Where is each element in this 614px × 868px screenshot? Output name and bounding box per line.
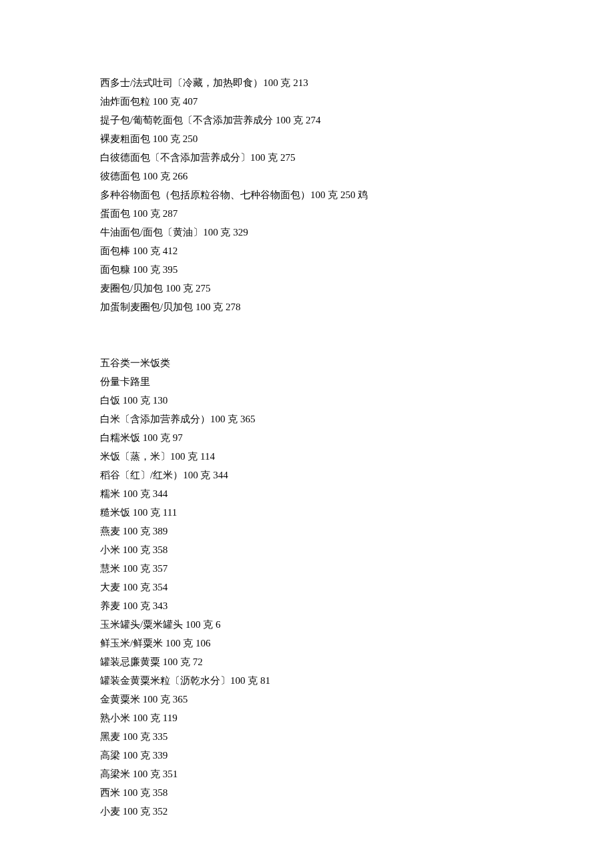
food-entry: 罐装金黄粟米粒〔沥乾水分〕100 克 81 <box>100 671 514 690</box>
food-entry: 西米 100 克 358 <box>100 783 514 802</box>
food-entry: 稻谷〔红〕/红米）100 克 344 <box>100 466 514 484</box>
food-entry: 燕麦 100 克 389 <box>100 522 514 540</box>
blank-line <box>100 316 514 335</box>
document-body: 西多士/法式吐司〔冷藏，加热即食）100 克 213 油炸面包粒 100 克 4… <box>100 73 514 821</box>
food-entry: 黑麦 100 克 335 <box>100 727 514 746</box>
food-entry: 白糯米饭 100 克 97 <box>100 428 514 447</box>
food-entry: 蛋面包 100 克 287 <box>100 204 514 223</box>
food-entry: 小米 100 克 358 <box>100 540 514 559</box>
food-entry: 油炸面包粒 100 克 407 <box>100 92 514 111</box>
food-entry: 面包棒 100 克 412 <box>100 242 514 260</box>
food-entry: 白彼德面包〔不含添加营养成分〕100 克 275 <box>100 148 514 167</box>
food-entry: 玉米罐头/粟米罐头 100 克 6 <box>100 615 514 634</box>
section-rice: 五谷类一米饭类 份量卡路里 白饭 100 克 130 白米〔含添加营养成分）10… <box>100 354 514 821</box>
food-entry: 加蛋制麦圈包/贝加包 100 克 278 <box>100 298 514 316</box>
food-entry: 多种谷物面包（包括原粒谷物、七种谷物面包）100 克 250 鸡 <box>100 185 514 204</box>
food-entry: 西多士/法式吐司〔冷藏，加热即食）100 克 213 <box>100 73 514 92</box>
food-entry: 养麦 100 克 343 <box>100 596 514 615</box>
food-entry: 提子包/葡萄乾面包〔不含添加营养成分 100 克 274 <box>100 111 514 129</box>
section-heading: 五谷类一米饭类 <box>100 354 514 372</box>
food-entry: 牛油面包/面包〔黄油〕100 克 329 <box>100 223 514 242</box>
food-entry: 大麦 100 克 354 <box>100 578 514 596</box>
food-entry: 罐装忌廉黄粟 100 克 72 <box>100 653 514 671</box>
food-entry: 金黄粟米 100 克 365 <box>100 690 514 709</box>
food-entry: 白米〔含添加营养成分）100 克 365 <box>100 410 514 428</box>
food-entry: 糯米 100 克 344 <box>100 484 514 503</box>
food-entry: 熟小米 100 克 119 <box>100 709 514 727</box>
food-entry: 米饭〔蒸，米〕100 克 114 <box>100 447 514 466</box>
food-entry: 面包糠 100 克 395 <box>100 260 514 279</box>
blank-line <box>100 335 514 354</box>
food-entry: 慧米 100 克 357 <box>100 559 514 578</box>
column-header: 份量卡路里 <box>100 372 514 391</box>
food-entry: 裸麦粗面包 100 克 250 <box>100 129 514 148</box>
section-bread-continued: 西多士/法式吐司〔冷藏，加热即食）100 克 213 油炸面包粒 100 克 4… <box>100 73 514 316</box>
food-entry: 彼德面包 100 克 266 <box>100 167 514 185</box>
food-entry: 高梁 100 克 339 <box>100 746 514 765</box>
food-entry: 白饭 100 克 130 <box>100 391 514 410</box>
food-entry: 鲜玉米/鲜粟米 100 克 106 <box>100 634 514 653</box>
food-entry: 高梁米 100 克 351 <box>100 765 514 783</box>
food-entry: 麦圈包/贝加包 100 克 275 <box>100 279 514 298</box>
food-entry: 糙米饭 100 克 111 <box>100 503 514 522</box>
food-entry: 小麦 100 克 352 <box>100 802 514 821</box>
